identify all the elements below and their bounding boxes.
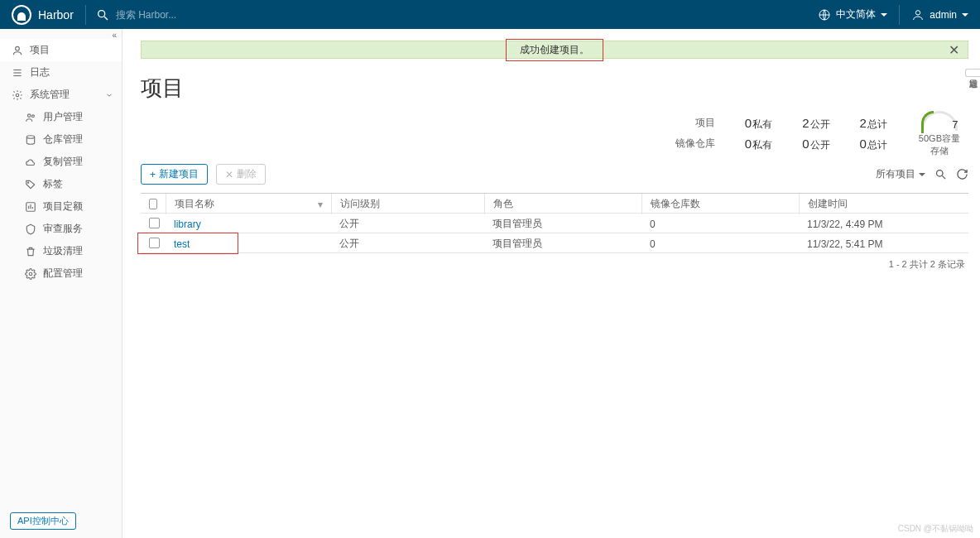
- cloud-icon: [25, 156, 36, 168]
- sidebar: « 项目 日志 系统管理 用户管理 仓库管理 复制管理 标签: [0, 29, 122, 538]
- cell-repos: 0: [641, 215, 799, 233]
- projects-toolbar: +新建项目 ✕删除 所有项目: [141, 164, 968, 185]
- cog-icon: [25, 268, 36, 280]
- event-log-tab[interactable]: 近期日志: [965, 69, 980, 77]
- cell-created: 11/3/22, 5:41 PM: [799, 235, 968, 253]
- nav-label: 项目: [30, 43, 50, 57]
- stats-table: 项目 0私有 2公开 2总计 镜像仓库 0私有 0公开 0总计: [675, 116, 887, 152]
- nav-label: 标签: [43, 177, 63, 191]
- sidebar-item-registries[interactable]: 仓库管理: [0, 128, 122, 151]
- cell-role: 项目管理员: [484, 214, 641, 234]
- sidebar-collapse-button[interactable]: «: [0, 29, 122, 39]
- stats-row: 项目 0私有 2公开 2总计 镜像仓库 0私有 0公开 0总计 7 50GB容量…: [141, 111, 980, 157]
- sidebar-item-interrogation[interactable]: 审查服务: [0, 218, 122, 240]
- row-checkbox[interactable]: [149, 238, 160, 248]
- project-filter-dropdown[interactable]: 所有项目: [876, 167, 925, 181]
- search-input[interactable]: [109, 6, 275, 24]
- project-link[interactable]: library: [174, 219, 201, 230]
- user-name: admin: [930, 9, 957, 21]
- svg-line-19: [942, 175, 945, 179]
- trash-icon: [25, 246, 36, 257]
- gear-icon: [12, 89, 23, 101]
- x-icon: ✕: [225, 169, 233, 180]
- close-icon[interactable]: ✕: [949, 42, 959, 58]
- cell-repos: 0: [641, 235, 799, 253]
- svg-point-4: [16, 46, 20, 50]
- header-right: 中文简体 admin: [818, 5, 980, 25]
- nav-label: 垃圾清理: [43, 244, 83, 258]
- stats-private: 0私有: [745, 116, 772, 132]
- language-label: 中文简体: [836, 7, 876, 22]
- svg-point-11: [26, 135, 34, 138]
- new-project-button[interactable]: +新建项目: [141, 164, 208, 185]
- table-footer: 1 - 2 共计 2 条记录: [141, 253, 968, 276]
- filter-icon[interactable]: ▾: [318, 199, 323, 210]
- sidebar-item-logs[interactable]: 日志: [0, 61, 122, 84]
- svg-point-3: [916, 10, 920, 14]
- shield-icon: [25, 223, 36, 235]
- select-all-checkbox[interactable]: [149, 199, 157, 209]
- stats-total: 2总计: [860, 116, 887, 132]
- chevron-down-icon: [881, 13, 887, 17]
- cell-role: 项目管理员: [484, 233, 641, 254]
- storage-widget: 7 50GB容量 存储: [919, 111, 960, 157]
- sidebar-item-gc[interactable]: 垃圾清理: [0, 240, 122, 262]
- sidebar-item-config[interactable]: 配置管理: [0, 262, 122, 285]
- filter-label: 所有项目: [876, 167, 915, 181]
- col-role[interactable]: 角色: [484, 194, 641, 214]
- svg-point-10: [31, 114, 34, 117]
- page-title: 项目: [141, 74, 980, 103]
- gauge-icon: 7: [921, 111, 958, 131]
- table-row: library公开项目管理员011/3/22, 4:49 PM: [141, 214, 968, 233]
- api-explorer-button[interactable]: API控制中心: [10, 512, 76, 530]
- stats-total: 0总计: [860, 137, 887, 152]
- svg-point-9: [28, 113, 31, 117]
- user-icon: [12, 45, 23, 56]
- stats-row-label: 镜像仓库: [675, 137, 715, 152]
- sidebar-item-admin[interactable]: 系统管理: [0, 84, 122, 106]
- sidebar-item-labels[interactable]: 标签: [0, 173, 122, 195]
- col-access[interactable]: 访问级别: [331, 194, 484, 214]
- success-alert: 成功创建项目。 ✕: [141, 41, 968, 59]
- sidebar-item-quotas[interactable]: 项目定额: [0, 195, 122, 218]
- user-menu[interactable]: admin: [911, 8, 968, 22]
- nav-label: 配置管理: [43, 267, 83, 281]
- delete-button[interactable]: ✕删除: [216, 164, 266, 185]
- nav-label: 日志: [30, 65, 50, 79]
- col-created[interactable]: 创建时间: [799, 194, 968, 214]
- svg-point-17: [29, 272, 32, 276]
- alert-message: 成功创建项目。: [506, 39, 603, 61]
- svg-point-18: [936, 171, 943, 177]
- project-link[interactable]: test: [174, 238, 190, 250]
- col-name[interactable]: 项目名称▾: [166, 194, 331, 214]
- globe-icon: [818, 8, 831, 22]
- select-all-cell: [141, 195, 166, 213]
- sidebar-item-users[interactable]: 用户管理: [0, 106, 122, 128]
- chevron-down-icon: [962, 13, 968, 17]
- projects-table: 项目名称▾ 访问级别 角色 镜像仓库数 创建时间 library公开项目管理员0…: [141, 193, 968, 276]
- row-checkbox[interactable]: [149, 218, 160, 228]
- nav-label: 系统管理: [30, 88, 70, 102]
- search-icon[interactable]: [934, 168, 947, 181]
- users-icon: [25, 112, 36, 123]
- sidebar-item-projects[interactable]: 项目: [0, 39, 122, 61]
- cell-created: 11/3/22, 4:49 PM: [799, 215, 968, 233]
- col-repos[interactable]: 镜像仓库数: [641, 194, 799, 214]
- refresh-icon[interactable]: [955, 168, 968, 181]
- chevron-down-icon: [105, 91, 113, 99]
- plus-icon: +: [150, 169, 156, 180]
- language-selector[interactable]: 中文简体: [818, 7, 887, 22]
- btn-label: 删除: [237, 167, 257, 181]
- harbor-logo-icon: [12, 5, 31, 25]
- storage-capacity: 50GB容量: [919, 132, 960, 145]
- stats-public: 2公开: [802, 116, 829, 132]
- tag-icon: [25, 179, 36, 190]
- logo-block[interactable]: Harbor: [0, 5, 85, 25]
- stats-row-label: 项目: [675, 116, 715, 132]
- search-icon: [96, 8, 109, 22]
- product-name: Harbor: [38, 8, 74, 22]
- sidebar-item-replications[interactable]: 复制管理: [0, 151, 122, 173]
- cell-access: 公开: [331, 233, 484, 254]
- nav-label: 仓库管理: [43, 132, 83, 147]
- list-icon: [12, 67, 23, 79]
